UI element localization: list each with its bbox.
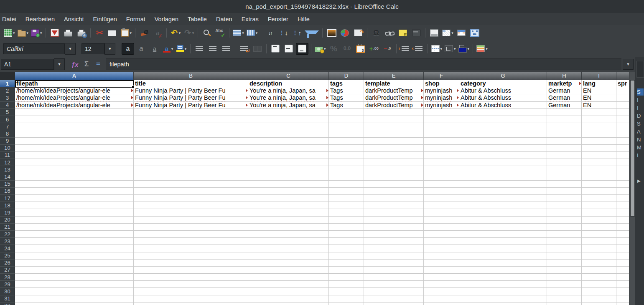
cell-D3[interactable]: Tags xyxy=(329,94,364,101)
function-wizard-icon[interactable]: ƒx xyxy=(69,59,80,70)
cell-D7[interactable] xyxy=(329,123,364,130)
cell-D10[interactable] xyxy=(329,145,364,152)
cell-H13[interactable] xyxy=(547,166,582,173)
cell-G18[interactable] xyxy=(459,202,547,209)
cell-C17[interactable] xyxy=(248,195,329,202)
row-header-32[interactable]: 32 xyxy=(0,302,15,305)
cell-E25[interactable] xyxy=(364,252,424,260)
spelling-button[interactable] xyxy=(214,27,227,39)
cell-A18[interactable] xyxy=(15,202,134,209)
column-header-E[interactable]: E xyxy=(364,72,424,80)
cell-C3[interactable]: You're a ninja, Japan, sa xyxy=(248,94,329,101)
freeze-rows-and-columns-button[interactable]: ▾ xyxy=(441,27,454,39)
cell-A16[interactable] xyxy=(15,188,134,195)
column-header-A[interactable]: A xyxy=(15,72,134,80)
insert-text-box-button[interactable] xyxy=(410,27,423,39)
autofilter-button[interactable] xyxy=(304,27,320,39)
border-color-button[interactable]: ▾ xyxy=(458,43,471,55)
cell-D29[interactable] xyxy=(329,281,364,288)
cell-F20[interactable] xyxy=(424,217,459,224)
cell-H23[interactable] xyxy=(547,238,582,245)
clone-formatting-button[interactable] xyxy=(138,27,150,39)
cell-H27[interactable] xyxy=(547,267,582,274)
formula-input[interactable]: filepath xyxy=(106,58,621,70)
cell-E17[interactable] xyxy=(364,195,424,202)
cell-I21[interactable] xyxy=(582,224,616,231)
row-header-20[interactable]: 20 xyxy=(0,217,15,224)
font-name-dropdown[interactable]: ▼ xyxy=(65,43,76,55)
cell-H17[interactable] xyxy=(547,195,582,202)
row-header-18[interactable]: 18 xyxy=(0,202,15,209)
font-size-dropdown[interactable]: ▼ xyxy=(104,43,115,55)
cell-H2[interactable]: German xyxy=(547,87,582,94)
cell-A8[interactable] xyxy=(15,130,134,137)
row-header-24[interactable]: 24 xyxy=(0,245,15,252)
cell-H9[interactable] xyxy=(547,138,582,145)
cell-C32[interactable] xyxy=(248,302,329,305)
row-header-4[interactable]: 4 xyxy=(0,102,15,109)
align-bottom-button[interactable] xyxy=(296,43,308,55)
sidebar-item-fragment[interactable]: N xyxy=(637,136,644,143)
cell-G30[interactable] xyxy=(459,288,547,295)
column-button[interactable]: ▾ xyxy=(246,27,259,39)
cell-E20[interactable] xyxy=(364,217,424,224)
row-header-13[interactable]: 13 xyxy=(0,166,15,173)
cell-H25[interactable] xyxy=(547,252,582,260)
bold-button[interactable]: a xyxy=(122,43,134,55)
cell-E26[interactable] xyxy=(364,260,424,267)
undo-button[interactable]: ↶▾ xyxy=(169,27,182,39)
cell-F3[interactable]: myninjash xyxy=(424,94,459,101)
cell-H15[interactable] xyxy=(547,181,582,188)
cell-F29[interactable] xyxy=(424,281,459,288)
name-box[interactable]: A1 xyxy=(1,59,54,70)
insert-pivot-table-button[interactable] xyxy=(352,27,364,39)
cell-B4[interactable]: Funny Ninja Party | Party Beer Fu xyxy=(134,102,248,109)
cell-F13[interactable] xyxy=(424,166,459,173)
cell-B23[interactable] xyxy=(134,238,248,245)
scrollbar-thumb[interactable] xyxy=(630,80,635,217)
cell-H8[interactable] xyxy=(547,130,582,137)
sidebar-expand-arrow-icon[interactable]: ▶ xyxy=(637,179,641,183)
row-header-19[interactable]: 19 xyxy=(0,209,15,216)
find-and-replace-button[interactable] xyxy=(201,27,213,39)
cell-G25[interactable] xyxy=(459,252,547,260)
cell-E12[interactable] xyxy=(364,159,424,166)
row-button[interactable]: ▾ xyxy=(232,27,245,39)
cell-J14[interactable] xyxy=(616,173,629,180)
cell-I11[interactable] xyxy=(582,152,616,159)
headers-and-footers-button[interactable] xyxy=(428,27,440,39)
cell-A23[interactable] xyxy=(15,238,134,245)
row-header-7[interactable]: 7 xyxy=(0,123,15,130)
sidebar-item-fragment[interactable]: I xyxy=(637,152,644,159)
cell-A31[interactable] xyxy=(15,295,134,302)
sort-descending-button[interactable] xyxy=(277,27,290,39)
cell-B18[interactable] xyxy=(134,202,248,209)
row-header-25[interactable]: 25 xyxy=(0,252,15,260)
expand-formula-bar-button[interactable]: ▼ xyxy=(623,59,634,70)
insert-hyperlink-button[interactable] xyxy=(383,27,396,39)
cell-A32[interactable] xyxy=(15,302,134,305)
cell-F23[interactable] xyxy=(424,238,459,245)
cell-F5[interactable] xyxy=(424,109,459,116)
cell-J6[interactable] xyxy=(616,116,629,123)
cell-A20[interactable] xyxy=(15,217,134,224)
cell-D30[interactable] xyxy=(329,288,364,295)
cell-D31[interactable] xyxy=(329,295,364,302)
cell-I28[interactable] xyxy=(582,274,616,281)
sidebar-item-fragment[interactable]: I xyxy=(637,104,644,111)
cell-B8[interactable] xyxy=(134,130,248,137)
new-document-dropdown[interactable]: ▾ xyxy=(13,31,15,35)
cell-G14[interactable] xyxy=(459,173,547,180)
row-header-9[interactable]: 9 xyxy=(0,138,15,145)
cell-I10[interactable] xyxy=(582,145,616,152)
cell-B22[interactable] xyxy=(134,231,248,238)
row-header-21[interactable]: 21 xyxy=(0,224,15,231)
cell-C28[interactable] xyxy=(248,274,329,281)
cell-E27[interactable] xyxy=(364,267,424,274)
cell-A17[interactable] xyxy=(15,195,134,202)
vertical-scrollbar[interactable] xyxy=(629,72,635,305)
cell-D9[interactable] xyxy=(329,138,364,145)
sidebar-item-fragment[interactable]: D xyxy=(637,112,644,119)
cell-B13[interactable] xyxy=(134,166,248,173)
menu-bearbeiten[interactable]: Bearbeiten xyxy=(21,13,59,25)
